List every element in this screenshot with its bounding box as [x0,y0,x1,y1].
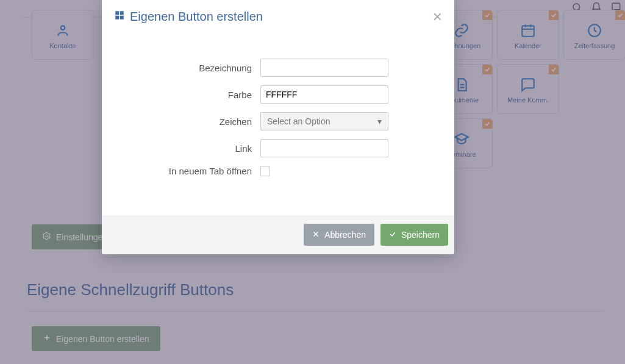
svg-rect-21 [120,11,124,15]
save-label: Speichern [401,230,440,240]
label-tab: In neuem Tab öffnen [120,166,260,176]
select-placeholder: Select an Option [267,116,330,126]
x-icon [312,230,320,240]
create-button-modal: Eigenen Button erstellen × Bezeichnung F… [102,0,454,254]
modal-footer: Abbrechen Speichern [102,215,454,254]
save-button[interactable]: Speichern [380,224,448,246]
svg-rect-20 [115,11,119,15]
svg-rect-22 [115,15,119,19]
modal-title-text: Eigenen Button erstellen [130,10,263,24]
cancel-label: Abbrechen [324,230,366,240]
new-tab-checkbox[interactable] [260,166,270,176]
label-bezeichnung: Bezeichnung [120,63,260,73]
check-icon [389,230,396,240]
bezeichnung-input[interactable] [260,59,388,77]
label-link: Link [120,143,260,154]
modal-body: Bezeichnung Farbe Zeichen Select an Opti… [102,34,454,215]
chevron-down-icon: ▾ [377,116,382,126]
cancel-button[interactable]: Abbrechen [304,224,374,246]
grid-icon [114,10,125,24]
farbe-input[interactable] [260,85,388,104]
modal-title: Eigenen Button erstellen [114,10,263,24]
modal-header: Eigenen Button erstellen × [102,0,454,34]
close-icon[interactable]: × [433,9,442,24]
zeichen-select[interactable]: Select an Option ▾ [260,112,388,130]
link-input[interactable] [260,139,388,157]
svg-rect-23 [120,15,124,19]
label-zeichen: Zeichen [120,116,260,127]
label-farbe: Farbe [120,90,260,100]
